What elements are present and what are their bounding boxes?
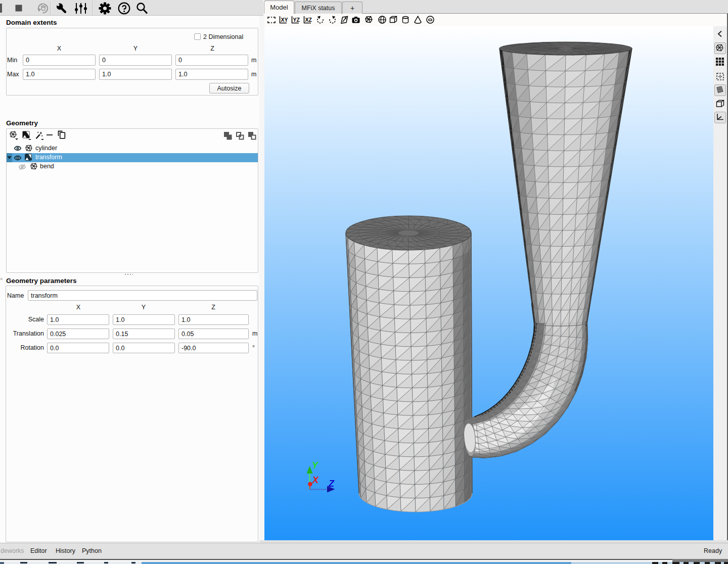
svg-text:XY: XY (281, 17, 288, 23)
svg-text:X: X (312, 475, 319, 485)
svg-text:Z: Z (328, 479, 335, 489)
svg-text:XZ: XZ (305, 17, 312, 23)
svg-text:YZ: YZ (293, 17, 300, 23)
svg-text:Y: Y (312, 460, 319, 471)
